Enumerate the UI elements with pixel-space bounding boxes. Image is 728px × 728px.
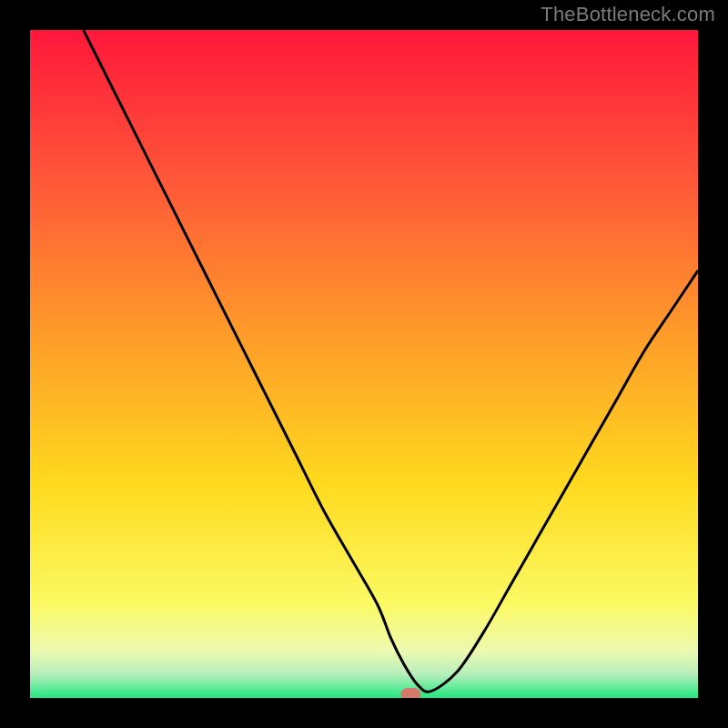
bottleneck-chart xyxy=(30,30,698,698)
minimum-marker xyxy=(400,688,420,698)
plot-background xyxy=(30,30,698,698)
watermark-text: TheBottleneck.com xyxy=(541,3,715,26)
chart-frame: TheBottleneck.com xyxy=(0,0,728,728)
